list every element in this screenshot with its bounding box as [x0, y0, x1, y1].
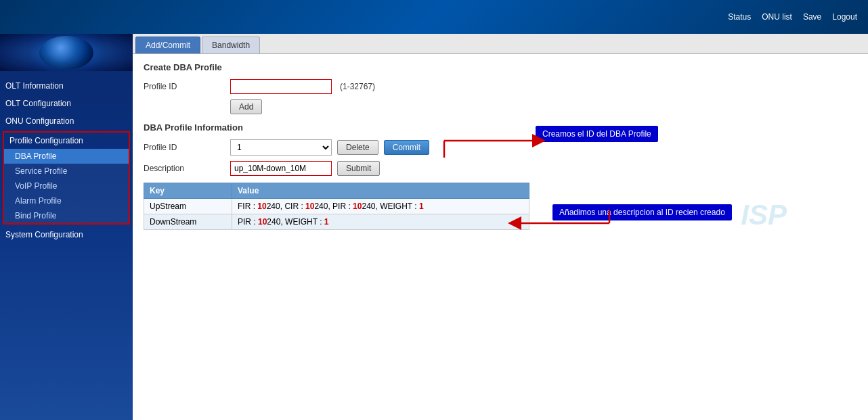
info-profile-id-row: Profile ID 1 2 3 Delete Commit [144, 139, 857, 156]
downstream-value: PIR : 10240, WEIGHT : 1 [232, 214, 529, 230]
description-row: Description Submit [144, 161, 857, 176]
delete-button[interactable]: Delete [337, 140, 378, 155]
dba-profile-table: Key Value UpStream FIR : 10240, CIR : 10… [144, 183, 529, 230]
create-section-title: Create DBA Profile [144, 62, 857, 72]
table-row: DownStream PIR : 10240, WEIGHT : 1 [144, 214, 529, 230]
sidebar-item-alarm-profile[interactable]: Alarm Profile [4, 193, 129, 208]
add-button[interactable]: Add [230, 99, 262, 114]
save-link[interactable]: Save [803, 12, 821, 22]
create-profile-id-label: Profile ID [144, 82, 225, 91]
add-button-row: Add [144, 99, 857, 114]
tab-add-commit[interactable]: Add/Commit [135, 37, 200, 53]
tab-bar: Add/Commit Bandwidth [133, 34, 868, 54]
submit-button[interactable]: Submit [337, 161, 380, 176]
sidebar-item-olt-info[interactable]: OLT Information [0, 77, 133, 95]
sidebar-item-bind-profile[interactable]: Bind Profile [4, 208, 129, 223]
create-profile-id-input[interactable] [230, 79, 332, 94]
content-area: Create DBA Profile Profile ID (1-32767) … [133, 54, 868, 238]
sidebar-item-dba-profile[interactable]: DBA Profile [4, 149, 129, 164]
sidebar-item-voip-profile[interactable]: VoIP Profile [4, 179, 129, 193]
topbar: Status ONU list Save Logout [0, 0, 868, 34]
layout: OLT Information OLT Configuration ONU Co… [0, 34, 868, 420]
info-profile-id-label: Profile ID [144, 143, 225, 152]
downstream-key: DownStream [144, 214, 232, 230]
profile-id-hint: (1-32767) [340, 82, 375, 91]
sidebar-nav: OLT Information OLT Configuration ONU Co… [0, 74, 133, 243]
tab-bandwidth[interactable]: Bandwidth [202, 37, 260, 53]
sidebar-item-system-config[interactable]: System Configuration [0, 226, 133, 243]
sidebar-logo [0, 34, 133, 71]
table-row: UpStream FIR : 10240, CIR : 10240, PIR :… [144, 199, 529, 214]
commit-button[interactable]: Commit [384, 140, 429, 155]
info-section-title: DBA Profile Information [144, 122, 857, 133]
create-profile-id-row: Profile ID (1-32767) [144, 79, 857, 94]
sidebar-item-profile-config[interactable]: Profile Configuration [4, 133, 129, 149]
table-header-value: Value [232, 183, 529, 199]
onu-list-link[interactable]: ONU list [762, 12, 792, 22]
main-content: Add/Commit Bandwidth Create DBA Profile … [133, 34, 868, 420]
sidebar-item-service-profile[interactable]: Service Profile [4, 164, 129, 179]
profile-configuration-section: Profile Configuration DBA Profile Servic… [3, 131, 130, 225]
upstream-key: UpStream [144, 199, 232, 214]
profile-id-select[interactable]: 1 2 3 [230, 139, 332, 156]
status-link[interactable]: Status [728, 12, 751, 22]
description-annotation: Añadimos una descripcion al ID recien cr… [552, 204, 732, 220]
create-annotation: Creamos el ID del DBA Profile [536, 126, 658, 142]
upstream-value: FIR : 10240, CIR : 10240, PIR : 10240, W… [232, 199, 529, 214]
watermark: ISP [741, 199, 787, 231]
sidebar-item-onu-config[interactable]: ONU Configuration [0, 112, 133, 130]
logout-link[interactable]: Logout [832, 12, 857, 22]
sidebar: OLT Information OLT Configuration ONU Co… [0, 34, 133, 420]
description-label: Description [144, 164, 225, 173]
sidebar-item-olt-config[interactable]: OLT Configuration [0, 95, 133, 112]
table-header-key: Key [144, 183, 232, 199]
description-input[interactable] [230, 161, 332, 176]
